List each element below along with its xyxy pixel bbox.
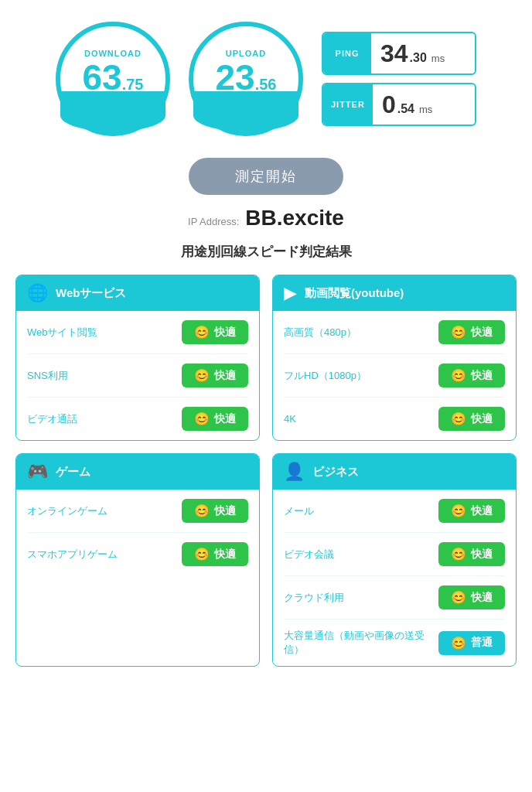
card-row-label: ビデオ会議	[284, 548, 438, 562]
status-badge: 😊普通	[438, 631, 505, 655]
status-badge: 😊快適	[438, 364, 505, 387]
status-badge: 😊快適	[438, 585, 505, 609]
upload-gauge: UPLOAD 23 .56 Mbps	[189, 22, 303, 136]
cards-grid: 🌐WebサービスWebサイト閲覧😊快適SNS利用😊快適ビデオ通話😊快適▶動画閲覧…	[0, 275, 532, 685]
status-badge: 😊快適	[182, 542, 248, 566]
card-video: ▶動画閲覧(youtube)高画質（480p）😊快適フルHD（1080p）😊快適…	[272, 275, 517, 441]
card-row-label: SNS利用	[27, 369, 182, 383]
card-row: スマホアプリゲーム😊快適	[27, 533, 248, 575]
ping-box: PING 34 .30 ms	[322, 32, 476, 75]
card-row-label: クラウド利用	[284, 591, 438, 605]
download-integer: 63	[83, 60, 122, 95]
ip-address-value: BB.excite	[245, 206, 344, 230]
smiley-icon: 😊	[451, 368, 466, 383]
card-row-label: ビデオ通話	[27, 412, 182, 426]
jitter-integer: 0	[382, 90, 396, 119]
status-text: 普通	[471, 636, 493, 650]
status-badge: 😊快適	[182, 499, 248, 523]
card-row: Webサイト閲覧😊快適	[27, 311, 248, 354]
card-row: メール😊快適	[284, 490, 505, 533]
status-text: 快適	[471, 548, 493, 562]
card-business: 👤ビジネスメール😊快適ビデオ会議😊快適クラウド利用😊快適大容量通信（動画や画像の…	[272, 453, 517, 667]
measure-button[interactable]: 測定開始	[189, 158, 343, 195]
smiley-icon: 😊	[451, 325, 466, 340]
status-text: 快適	[214, 369, 236, 383]
card-row: 高画質（480p）😊快適	[284, 311, 505, 354]
smiley-icon: 😊	[194, 368, 210, 383]
smiley-icon: 😊	[451, 504, 466, 518]
smiley-icon: 😊	[194, 325, 210, 340]
card-title-business: ビジネス	[312, 465, 359, 480]
smiley-icon: 😊	[451, 547, 466, 562]
upload-unit: Mbps	[232, 97, 261, 109]
card-title-web: Webサービス	[56, 286, 126, 301]
status-text: 快適	[214, 326, 236, 340]
card-icon-video: ▶	[284, 283, 297, 303]
card-header-game: 🎮ゲーム	[16, 454, 259, 490]
download-decimal: .75	[122, 76, 144, 94]
ip-section: IP Address: BB.excite	[0, 206, 532, 230]
status-badge: 😊快適	[438, 499, 505, 523]
card-body-video: 高画質（480p）😊快適フルHD（1080p）😊快適4K😊快適	[273, 311, 516, 440]
card-icon-business: 👤	[284, 462, 305, 482]
ping-decimal: .30	[410, 51, 427, 65]
card-title-game: ゲーム	[56, 465, 90, 480]
jitter-decimal: .54	[397, 102, 414, 116]
status-text: 快適	[214, 548, 236, 562]
card-row-label: 4K	[284, 413, 438, 425]
upload-integer: 23	[216, 60, 255, 95]
status-badge: 😊快適	[438, 320, 505, 344]
status-badge: 😊快適	[182, 364, 248, 387]
card-row-label: 高画質（480p）	[284, 326, 438, 340]
smiley-icon: 😊	[451, 590, 466, 605]
jitter-unit: ms	[419, 104, 432, 115]
ping-integer: 34	[380, 39, 408, 68]
card-header-business: 👤ビジネス	[273, 454, 516, 490]
card-row-label: フルHD（1080p）	[284, 369, 438, 383]
card-icon-web: 🌐	[27, 283, 48, 303]
card-header-video: ▶動画閲覧(youtube)	[273, 275, 516, 311]
status-text: 快適	[471, 591, 493, 605]
card-row: フルHD（1080p）😊快適	[284, 354, 505, 398]
ping-jitter-section: PING 34 .30 ms JITTER 0 .54 ms	[322, 32, 476, 126]
smiley-icon: 😊	[194, 504, 210, 518]
ping-label: PING	[323, 33, 371, 73]
card-row: クラウド利用😊快適	[284, 576, 505, 620]
card-row: 4K😊快適	[284, 398, 505, 440]
card-body-web: Webサイト閲覧😊快適SNS利用😊快適ビデオ通話😊快適	[16, 311, 259, 440]
card-header-web: 🌐Webサービス	[16, 275, 259, 311]
jitter-box: JITTER 0 .54 ms	[322, 83, 476, 126]
card-row-label: オンラインゲーム	[27, 504, 182, 518]
card-row: ビデオ会議😊快適	[284, 533, 505, 576]
measure-section: 測定開始	[0, 158, 532, 195]
status-text: 快適	[214, 412, 236, 426]
smiley-icon: 😊	[194, 411, 210, 426]
status-badge: 😊快適	[182, 407, 248, 431]
card-game: 🎮ゲームオンラインゲーム😊快適スマホアプリゲーム😊快適	[15, 453, 260, 667]
ping-unit: ms	[431, 53, 445, 64]
ip-address-label: IP Address:	[188, 216, 239, 227]
status-text: 快適	[471, 326, 493, 340]
download-gauge: DOWNLOAD 63 .75 Mbps	[56, 22, 170, 136]
status-badge: 😊快適	[438, 407, 505, 431]
card-title-video: 動画閲覧(youtube)	[305, 286, 404, 301]
status-badge: 😊快適	[182, 320, 248, 344]
card-row-label: メール	[284, 504, 438, 518]
status-text: 快適	[214, 504, 236, 518]
speed-section: DOWNLOAD 63 .75 Mbps UPLOAD 23 .56 Mbps …	[0, 0, 532, 152]
card-row: SNS利用😊快適	[27, 354, 248, 398]
section-title: 用途別回線スピード判定結果	[0, 243, 532, 261]
card-body-business: メール😊快適ビデオ会議😊快適クラウド利用😊快適大容量通信（動画や画像の送受信）😊…	[273, 490, 516, 666]
smiley-icon: 😊	[451, 636, 466, 650]
card-row: ビデオ通話😊快適	[27, 398, 248, 440]
status-text: 快適	[471, 412, 493, 426]
smiley-icon: 😊	[451, 411, 466, 426]
status-badge: 😊快適	[438, 542, 505, 566]
card-row: オンラインゲーム😊快適	[27, 490, 248, 533]
card-row-label: 大容量通信（動画や画像の送受信）	[284, 629, 438, 657]
card-row-label: スマホアプリゲーム	[27, 548, 182, 562]
jitter-label: JITTER	[323, 84, 373, 125]
status-text: 快適	[471, 369, 493, 383]
card-icon-game: 🎮	[27, 462, 48, 482]
card-row-label: Webサイト閲覧	[27, 326, 182, 340]
